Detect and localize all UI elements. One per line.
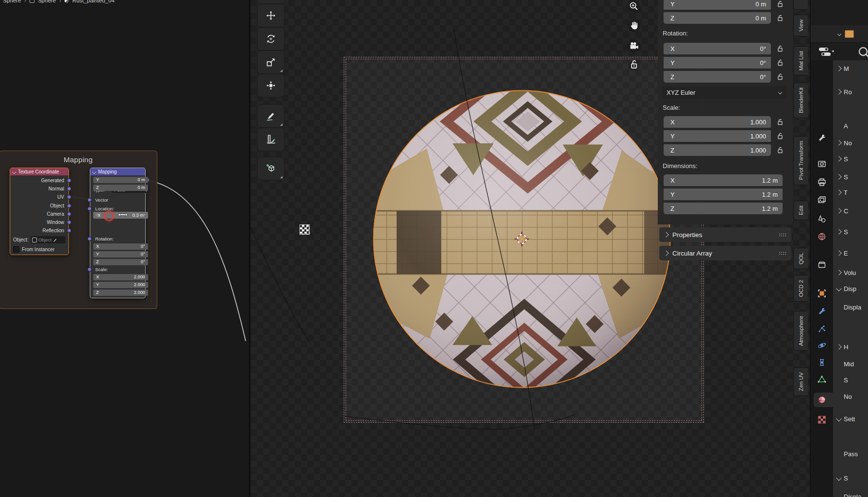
property-row[interactable]: Disp xyxy=(837,284,868,293)
output-socket[interactable] xyxy=(67,204,71,208)
value-slider[interactable]: Y 1.000 xyxy=(664,130,771,142)
property-row[interactable]: Displa xyxy=(837,302,868,312)
transform-tool-button[interactable] xyxy=(257,74,284,97)
texture-tab[interactable] xyxy=(817,414,827,425)
collapse-icon[interactable] xyxy=(12,170,16,173)
value-slider[interactable]: Z 0° xyxy=(664,71,771,83)
value-slider[interactable]: X 1.000 xyxy=(664,116,771,128)
input-socket[interactable] xyxy=(87,267,92,272)
value-slider[interactable]: Y 0 m xyxy=(93,177,148,184)
lock-icon[interactable] xyxy=(776,132,784,140)
editor-type-icon[interactable] xyxy=(818,47,834,57)
value-slider[interactable]: X 0° xyxy=(664,43,771,54)
property-row[interactable]: Volu xyxy=(837,268,868,277)
scene-tab[interactable] xyxy=(817,214,827,224)
property-row[interactable]: Ro xyxy=(837,87,868,97)
lock-icon[interactable] xyxy=(776,14,784,22)
object-field[interactable]: Object xyxy=(31,236,66,243)
value-slider[interactable]: Y 0° xyxy=(664,57,771,69)
input-socket[interactable] xyxy=(87,206,92,211)
rotation-mode-dropdown[interactable]: XYZ Euler xyxy=(662,86,786,99)
tweak-tool-button[interactable] xyxy=(257,0,284,4)
chevron-down-icon[interactable] xyxy=(837,32,841,35)
value-slider[interactable]: Z 0° xyxy=(93,259,148,266)
rotate-tool-button[interactable] xyxy=(257,27,284,51)
input-socket[interactable] xyxy=(87,237,92,241)
sidebar-tab[interactable]: Tool xyxy=(793,0,808,10)
property-row[interactable]: S xyxy=(837,154,868,164)
value-slider[interactable]: Y 1.2 m xyxy=(664,189,783,200)
modifiers-tab[interactable] xyxy=(817,306,827,317)
properties-section-header[interactable]: Properties xyxy=(659,227,791,242)
property-row[interactable]: Sett xyxy=(837,414,868,424)
zoom-button[interactable] xyxy=(628,0,640,13)
output-socket[interactable] xyxy=(67,212,71,216)
output-socket[interactable] xyxy=(67,178,71,183)
value-slider[interactable]: Z 0 m xyxy=(664,12,771,24)
value-slider[interactable]: Z 1.2 m xyxy=(664,203,783,214)
property-row[interactable]: Displa xyxy=(837,492,868,497)
circular-array-section-header[interactable]: Circular Array xyxy=(659,246,791,260)
property-row[interactable]: M xyxy=(837,64,868,73)
texture-coordinate-node[interactable]: Texture Coordinate Generated Normal xyxy=(10,168,69,255)
grip-icon[interactable] xyxy=(779,233,786,237)
property-row[interactable]: H xyxy=(837,342,868,352)
property-row[interactable]: S xyxy=(837,375,868,385)
property-row[interactable]: Pass xyxy=(837,449,868,459)
grip-icon[interactable] xyxy=(779,251,786,256)
value-slider[interactable]: Y 2.000 xyxy=(93,282,148,289)
sidebar-tab[interactable]: BlenderKit xyxy=(793,83,808,118)
property-row[interactable]: A xyxy=(837,121,868,131)
lock-icon[interactable] xyxy=(776,146,784,154)
value-slider[interactable]: Y 0° xyxy=(93,251,148,258)
property-row[interactable]: S xyxy=(837,473,868,483)
sidebar-tab[interactable]: QOL xyxy=(793,248,808,269)
lock-icon[interactable] xyxy=(776,73,784,81)
sidebar-tab[interactable]: Edit xyxy=(793,201,808,220)
camera-view-button[interactable] xyxy=(628,40,640,52)
pan-button[interactable] xyxy=(628,19,640,32)
property-row[interactable]: S xyxy=(837,172,868,182)
object-tab[interactable] xyxy=(817,288,827,299)
constraints-tab[interactable] xyxy=(817,357,827,368)
output-tab[interactable] xyxy=(817,177,827,188)
output-socket[interactable] xyxy=(67,220,71,224)
sidebar-tab[interactable]: View xyxy=(793,15,808,36)
lock-view-button[interactable] xyxy=(628,58,640,71)
value-slider[interactable]: Z 1.000 xyxy=(664,144,771,156)
lock-icon[interactable] xyxy=(776,45,784,52)
slider-right-arrow[interactable]: › xyxy=(144,213,145,217)
value-slider[interactable]: X 0° xyxy=(93,243,148,250)
lock-icon[interactable] xyxy=(776,0,784,8)
property-row[interactable]: S xyxy=(837,227,868,237)
sidebar-tab[interactable]: Zen UV xyxy=(793,367,808,396)
collapse-icon[interactable] xyxy=(92,170,96,173)
property-row[interactable]: Mid xyxy=(837,359,868,369)
eyedropper-icon[interactable] xyxy=(53,238,58,242)
value-slider[interactable]: X 1.2 m xyxy=(664,174,783,186)
view-layer-tab[interactable] xyxy=(817,195,827,206)
property-row[interactable]: E xyxy=(837,248,868,258)
measure-tool-button[interactable] xyxy=(257,128,284,151)
tool-tab[interactable] xyxy=(817,133,827,143)
value-slider[interactable]: X 2.000 xyxy=(93,274,148,281)
mapping-node[interactable]: Mapping Vector Type: Point Vector Locati… xyxy=(90,168,146,298)
world-tab[interactable] xyxy=(817,231,827,242)
property-row[interactable]: No xyxy=(837,392,868,401)
sidebar-tab[interactable]: Atmosphere xyxy=(793,311,808,351)
lock-icon[interactable] xyxy=(776,59,784,67)
input-socket[interactable] xyxy=(87,198,92,202)
render-tab[interactable] xyxy=(817,158,827,169)
from-instancer-checkbox[interactable] xyxy=(13,246,19,253)
value-slider[interactable]: Y 0 m xyxy=(664,0,771,10)
object-data-tab[interactable] xyxy=(817,374,827,385)
node-header[interactable]: Texture Coordinate xyxy=(10,168,68,175)
particles-tab[interactable] xyxy=(817,324,827,334)
property-row[interactable]: C xyxy=(837,206,868,216)
property-row[interactable]: No xyxy=(837,138,868,148)
search-icon[interactable] xyxy=(857,46,868,59)
lock-icon[interactable] xyxy=(776,118,784,126)
sidebar-tab[interactable]: Mat List xyxy=(793,46,808,75)
scale-tool-button[interactable] xyxy=(257,51,284,74)
move-tool-button[interactable] xyxy=(257,4,284,27)
